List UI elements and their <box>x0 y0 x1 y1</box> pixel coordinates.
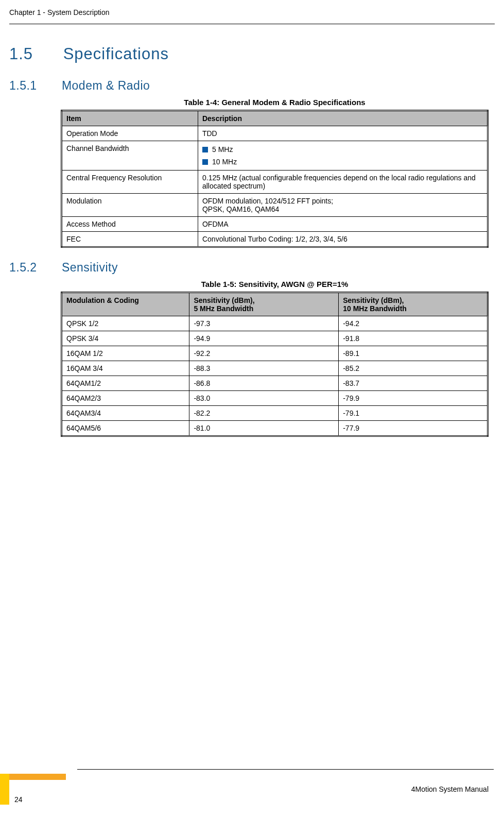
table-row: 16QAM 1/2-92.2-89.1 <box>62 346 488 361</box>
table-cell: 5 MHz 10 MHz <box>198 141 488 171</box>
square-bullet-icon <box>202 159 208 165</box>
footer-row: 24 4Motion System Manual <box>0 770 504 817</box>
yellow-bar-icon <box>0 774 9 805</box>
table-cell: -92.2 <box>189 346 339 361</box>
table-cell: -94.9 <box>189 331 339 346</box>
table-row: 64QAM5/6-81.0-77.9 <box>62 421 488 436</box>
modem-radio-table: Item Description Operation Mode TDD Chan… <box>61 110 489 248</box>
table-cell: 64QAM1/2 <box>62 376 189 391</box>
table-row: QPSK 1/2-97.3-94.2 <box>62 316 488 331</box>
manual-name: 4Motion System Manual <box>411 785 489 793</box>
table-cell: Convolutional Turbo Coding: 1/2, 2/3, 3/… <box>198 232 488 247</box>
table-cell: Channel Bandwidth <box>62 141 198 171</box>
table-row: Access Method OFDMA <box>62 217 488 232</box>
list-item: 5 MHz <box>202 145 483 154</box>
cell-line: QPSK, QAM16, QAM64 <box>202 205 483 213</box>
section-heading: 1.5 Specifications <box>9 45 489 63</box>
sensitivity-table: Modulation & Coding Sensitivity (dBm), 5… <box>61 292 489 437</box>
table-cell: OFDMA <box>198 217 488 232</box>
table-row: Channel Bandwidth 5 MHz 10 MHz <box>62 141 488 171</box>
table-cell: -88.3 <box>189 361 339 376</box>
table-caption: Table 1-5: Sensitivity, AWGN @ PER=1% <box>61 280 489 288</box>
list-text: 10 MHz <box>212 158 237 166</box>
table-cell: -79.9 <box>339 391 488 406</box>
table-cell: -85.2 <box>339 361 488 376</box>
table-cell: -82.2 <box>189 406 339 421</box>
section-number: 1.5 <box>9 45 58 63</box>
table-cell: -91.8 <box>339 331 488 346</box>
table-cell: Access Method <box>62 217 198 232</box>
footer-decoration <box>0 774 77 805</box>
table-header-row: Item Description <box>62 111 488 126</box>
table-header: Item <box>62 111 198 126</box>
subsection-heading: 1.5.1 Modem & Radio <box>9 79 489 93</box>
header-line: 5 MHz Bandwidth <box>194 304 334 313</box>
table-caption: Table 1-4: General Modem & Radio Specifi… <box>61 98 489 107</box>
table-cell: 16QAM 1/2 <box>62 346 189 361</box>
table-cell: 16QAM 3/4 <box>62 361 189 376</box>
table-cell: -89.1 <box>339 346 488 361</box>
cell-line: OFDM modulation, 1024/512 FFT points; <box>202 197 483 205</box>
header-line: Sensitivity (dBm), <box>343 296 483 304</box>
table-row: Central Frequency Resolution 0.125 MHz (… <box>62 171 488 194</box>
subsection-title: Modem & Radio <box>62 79 150 92</box>
table-cell: TDD <box>198 126 488 141</box>
table-cell: FEC <box>62 232 198 247</box>
orange-bar-icon <box>9 774 66 780</box>
table-cell: Operation Mode <box>62 126 198 141</box>
table-cell: -86.8 <box>189 376 339 391</box>
header-line: 10 MHz Bandwidth <box>343 304 483 313</box>
table-cell: -77.9 <box>339 421 488 436</box>
table-cell: OFDM modulation, 1024/512 FFT points; QP… <box>198 194 488 217</box>
table-cell: QPSK 3/4 <box>62 331 189 346</box>
subsection-number: 1.5.1 <box>9 79 58 93</box>
subsection-title: Sensitivity <box>62 261 118 274</box>
table-row: 64QAM1/2-86.8-83.7 <box>62 376 488 391</box>
table-cell: 0.125 MHz (actual configurable frequenci… <box>198 171 488 194</box>
table-cell: -97.3 <box>189 316 339 331</box>
bullet-list: 5 MHz 10 MHz <box>202 145 483 166</box>
table-row: Operation Mode TDD <box>62 126 488 141</box>
table-cell: -79.1 <box>339 406 488 421</box>
page-number: 24 <box>14 795 23 804</box>
header-line: Sensitivity (dBm), <box>194 296 334 304</box>
chapter-title: Chapter 1 - System Description <box>9 8 489 16</box>
table-row: Modulation OFDM modulation, 1024/512 FFT… <box>62 194 488 217</box>
table-2-wrap: Table 1-5: Sensitivity, AWGN @ PER=1% Mo… <box>61 280 489 437</box>
table-1-wrap: Table 1-4: General Modem & Radio Specifi… <box>61 98 489 248</box>
table-cell: Central Frequency Resolution <box>62 171 198 194</box>
table-cell: -81.0 <box>189 421 339 436</box>
table-header-row: Modulation & Coding Sensitivity (dBm), 5… <box>62 293 488 316</box>
table-header: Modulation & Coding <box>62 293 189 316</box>
table-cell: -83.7 <box>339 376 488 391</box>
section-title: Specifications <box>63 45 169 63</box>
table-header: Sensitivity (dBm), 10 MHz Bandwidth <box>339 293 488 316</box>
subsection-number: 1.5.2 <box>9 261 58 275</box>
table-row: 16QAM 3/4-88.3-85.2 <box>62 361 488 376</box>
page-footer: 24 4Motion System Manual <box>0 769 504 817</box>
table-row: 64QAM3/4-82.2-79.1 <box>62 406 488 421</box>
table-cell: QPSK 1/2 <box>62 316 189 331</box>
table-cell: -94.2 <box>339 316 488 331</box>
subsection-heading: 1.5.2 Sensitivity <box>9 261 489 275</box>
table-cell: -83.0 <box>189 391 339 406</box>
table-row: 64QAM2/3-83.0-79.9 <box>62 391 488 406</box>
main-content: 1.5 Specifications 1.5.1 Modem & Radio T… <box>0 45 504 437</box>
header-rule <box>9 24 495 24</box>
table-cell: 64QAM2/3 <box>62 391 189 406</box>
page-header: Chapter 1 - System Description <box>0 0 504 21</box>
table-row: FEC Convolutional Turbo Coding: 1/2, 2/3… <box>62 232 488 247</box>
square-bullet-icon <box>202 147 208 152</box>
table-cell: Modulation <box>62 194 198 217</box>
list-text: 5 MHz <box>212 145 233 154</box>
table-header: Description <box>198 111 488 126</box>
table-row: QPSK 3/4-94.9-91.8 <box>62 331 488 346</box>
table-cell: 64QAM3/4 <box>62 406 189 421</box>
table-cell: 64QAM5/6 <box>62 421 189 436</box>
list-item: 10 MHz <box>202 158 483 166</box>
table-header: Sensitivity (dBm), 5 MHz Bandwidth <box>189 293 339 316</box>
